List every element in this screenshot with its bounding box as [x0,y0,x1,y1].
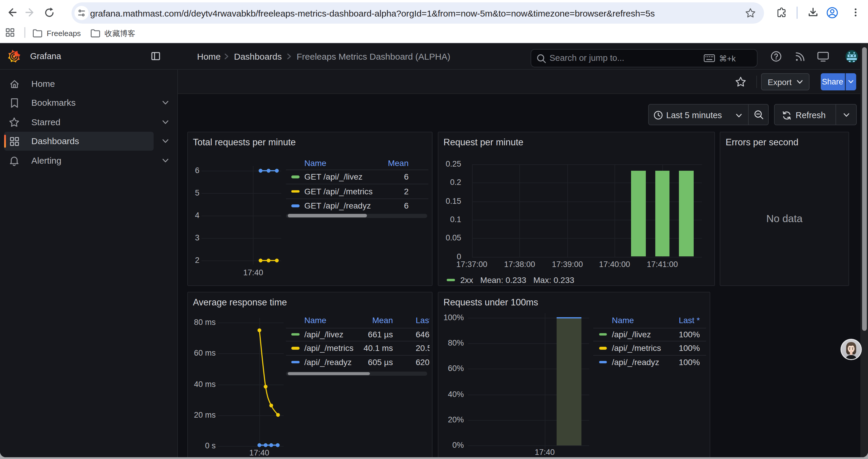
star-icon [746,8,754,17]
legend-last-value: 100% [641,330,700,339]
news-button[interactable] [790,47,809,66]
x-tick-label: 17:39:00 [541,261,594,269]
profile-button[interactable] [824,4,840,21]
sidebar-item-label: Dashboards [31,132,79,151]
legend-header-mean: Mean [349,159,409,167]
legend-header-name: Name [304,316,327,325]
panel-body: 80 ms60 ms40 ms20 ms0 s17:40NameMeanLast… [188,292,432,457]
sidebar-item-bookmarks[interactable]: Bookmarks [4,94,153,112]
sidebar-item-alerting[interactable]: Alerting [4,151,153,170]
browser-window: grafana.mathmast.com/d/deytv4rwavabkb/fr… [0,0,868,457]
bookmark-star-button[interactable] [745,8,755,18]
floating-user-avatar[interactable] [840,338,862,360]
bookmark-folder-freeleaps[interactable]: Freeleaps [32,26,81,41]
apps-button[interactable] [2,25,17,40]
sidebar-item-starred[interactable]: Starred [4,113,153,132]
legend-last-value: 620 µs [416,358,429,366]
y-tick-label: 0 [438,253,461,261]
site-info-button[interactable] [74,6,88,20]
breadcrumb-home[interactable]: Home [197,43,221,69]
sidebar-item-dashboards[interactable]: Dashboards [4,132,153,151]
brand-name[interactable]: Grafana [30,43,61,69]
legend-series-pill [291,361,299,364]
display-button[interactable] [814,47,832,66]
sidebar-toggle-button[interactable] [148,48,163,64]
url-text[interactable]: grafana.mathmast.com/d/deytv4rwavabkb/fr… [90,2,655,24]
legend-divider [286,355,428,356]
reload-button[interactable] [41,4,57,21]
chevron-down-icon [796,79,803,84]
bar-2xx [655,170,670,257]
chevron-down-icon[interactable] [156,132,175,151]
grafana-logo[interactable] [8,50,21,63]
panel-body: No data [720,132,848,285]
legend-header-last: Last * [416,316,429,325]
export-button[interactable]: Export [761,73,809,90]
scrollbar-thumb[interactable] [862,47,867,331]
apps-icon [6,132,22,151]
browser-menu-button[interactable] [847,4,864,21]
back-icon [9,9,16,16]
panel-request-per-minute[interactable]: Request per minute 0.250.20.150.10.05017… [438,132,715,286]
active-indicator [4,135,6,148]
sidebar-item-home[interactable]: Home [4,74,153,93]
back-button[interactable] [4,4,20,21]
help-button[interactable] [767,47,785,66]
x-tick-label: 17:38:00 [493,261,546,269]
y-tick-label: 0.05 [438,234,461,242]
sidebar-item-label: Starred [31,113,60,132]
legend-divider [286,184,428,185]
profile-icon [826,6,838,19]
download-icon [807,6,819,18]
sidebar-item-label: Alerting [31,151,61,170]
gridline [472,257,702,257]
legend-mean-value: 6 [349,172,409,182]
refresh-controls: Refresh [774,104,857,125]
chevron-down-icon[interactable] [156,151,175,170]
gridline [615,164,615,257]
reload-icon [50,7,53,11]
breadcrumb-separator-icon [223,53,229,60]
bookmark-folder-label: Freeleaps [47,29,81,38]
legend-series-pill [291,333,299,336]
legend-divider [593,355,706,356]
chevron-down-icon[interactable] [156,113,175,132]
share-menu-button[interactable] [845,73,856,90]
panel-total-requests-per-minute[interactable]: Total requests per minute 6543217:40Name… [187,132,433,286]
no-data-text: No data [720,213,848,225]
legend-mean-value: 605 µs [334,358,393,366]
legend-series-pill [599,361,607,364]
refresh-interval-button[interactable] [836,104,857,126]
panel-average-response-time[interactable]: Average response time 80 ms60 ms40 ms20 … [187,292,433,457]
panel-errors-per-second[interactable]: Errors per second No data [720,132,849,286]
chevron-down-icon[interactable] [156,94,175,112]
legend-divider [593,341,706,342]
legend-mean-value: 6 [349,201,409,210]
extensions-icon [776,7,787,18]
legend-header-last: Last * [641,316,700,325]
address-bar[interactable]: grafana.mathmast.com/d/deytv4rwavabkb/fr… [71,2,764,24]
search-input[interactable]: Search or jump to... ⌘+k [531,49,757,67]
legend-last-value: 100% [641,344,700,353]
panel-requests-under-100ms[interactable]: Requests under 100ms 100%80%60%40%20%0%1… [438,292,710,457]
refresh-button[interactable]: Refresh [796,104,826,126]
legend-last-value: 646 µs [416,330,429,339]
downloads-button[interactable] [805,4,821,21]
legend-table: NameMeanLast */api/_/livez661 µs646 µs/a… [188,292,429,457]
time-range-picker[interactable]: Last 5 minutes [666,104,722,126]
extensions-button[interactable] [773,4,789,21]
panel-body: 0.250.20.150.10.05017:37:0017:38:0017:39… [438,132,714,285]
legend-header-mean: Mean [334,316,393,325]
legend-series-pill [291,347,299,350]
forward-button[interactable] [22,4,38,21]
legend-divider [286,341,428,342]
legend-scrollbar-thumb[interactable] [287,372,370,375]
user-avatar[interactable] [845,50,858,63]
breadcrumb-dashboards[interactable]: Dashboards [234,43,282,69]
bookmark-folder-blogs[interactable]: 收藏博客 [90,26,135,41]
legend-mean-value: 2 [349,187,409,196]
zoom-out-button[interactable] [748,104,769,126]
legend-scrollbar-thumb[interactable] [287,214,367,218]
x-tick-label: 17:37:00 [445,261,498,269]
favorite-dashboard-button[interactable] [734,75,747,89]
